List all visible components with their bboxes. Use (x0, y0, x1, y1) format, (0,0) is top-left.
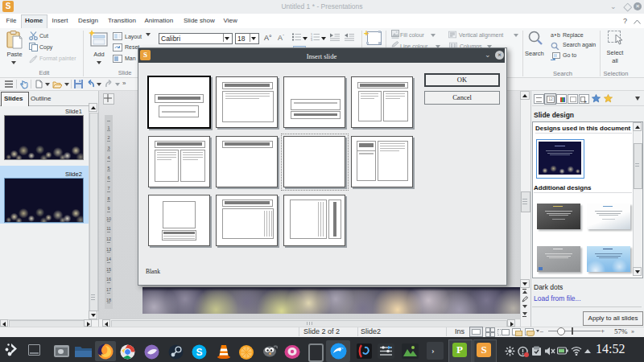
svg-text:3: 3 (311, 39, 312, 41)
svg-text:S: S (196, 347, 202, 358)
